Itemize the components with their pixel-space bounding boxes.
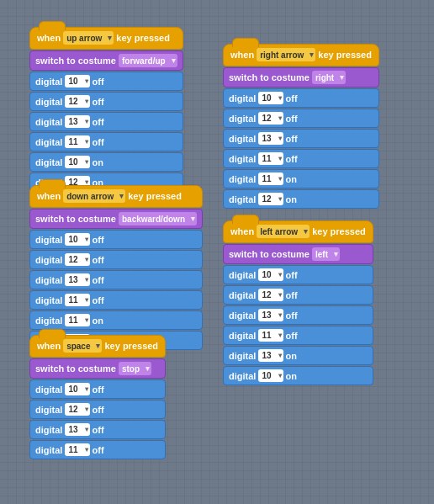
costume-dropdown-up[interactable]: forward/up bbox=[119, 54, 177, 67]
digital-10-off-s: digital 10 off bbox=[29, 379, 166, 399]
costume-block-down: switch to costume backward/down bbox=[29, 209, 203, 229]
switch-costume-label-right: switch to costume bbox=[229, 72, 310, 82]
costume-block-right: switch to costume right bbox=[223, 67, 379, 88]
switch-costume-label-space: switch to costume bbox=[35, 363, 116, 374]
left-arrow-dropdown[interactable]: left arrow bbox=[257, 225, 310, 238]
key-pressed-label-left: key pressed bbox=[312, 226, 366, 236]
up-arrow-dropdown[interactable]: up arrow bbox=[63, 31, 114, 45]
switch-costume-label-down: switch to costume bbox=[35, 214, 116, 224]
space-group: when space key pressed switch to costume… bbox=[29, 335, 166, 459]
digital-13-off-d: digital 13 off bbox=[29, 270, 203, 289]
digital-13-on-l: digital 13 on bbox=[223, 346, 373, 365]
costume-dropdown-left[interactable]: left bbox=[312, 247, 340, 261]
digital-12-off-l: digital 12 off bbox=[223, 285, 373, 305]
costume-dropdown-right[interactable]: right bbox=[312, 71, 346, 84]
hat-block-up: when up arrow key pressed bbox=[29, 27, 183, 50]
key-pressed-label-down: key pressed bbox=[128, 191, 182, 201]
key-pressed-label-space: key pressed bbox=[104, 341, 158, 351]
up-arrow-group: when up arrow key pressed switch to cost… bbox=[29, 27, 183, 192]
switch-costume-label-left: switch to costume bbox=[229, 249, 310, 259]
digital-11-off-l: digital 11 off bbox=[223, 326, 373, 345]
hat-block-space: when space key pressed bbox=[29, 335, 166, 358]
digital-13-off-l: digital 13 off bbox=[223, 305, 373, 325]
key-pressed-label: key pressed bbox=[116, 33, 170, 43]
digital-11-off-1: digital 11 off bbox=[29, 132, 183, 151]
hat-block-right: when right arrow key pressed bbox=[223, 44, 379, 66]
right-arrow-group: when right arrow key pressed switch to c… bbox=[223, 44, 379, 209]
down-arrow-dropdown[interactable]: down arrow bbox=[63, 189, 125, 203]
down-arrow-group: when down arrow key pressed switch to co… bbox=[29, 185, 203, 350]
digital-10-off-1: digital 10 off bbox=[29, 72, 183, 91]
digital-12-on-r: digital 12 on bbox=[223, 189, 379, 209]
space-dropdown[interactable]: space bbox=[63, 339, 102, 353]
digital-13-off-r: digital 13 off bbox=[223, 129, 379, 148]
digital-12-off-s: digital 12 off bbox=[29, 400, 166, 419]
digital-10-on-l: digital 10 on bbox=[223, 366, 373, 385]
digital-10-off-r: digital 10 off bbox=[223, 88, 379, 108]
costume-block-space: switch to costume stop bbox=[29, 358, 166, 379]
digital-11-off-s: digital 11 off bbox=[29, 440, 166, 459]
costume-dropdown-space[interactable]: stop bbox=[119, 362, 151, 375]
switch-costume-label: switch to costume bbox=[35, 56, 116, 66]
digital-13-off-1: digital 13 off bbox=[29, 112, 183, 131]
hat-block-down: when down arrow key pressed bbox=[29, 185, 203, 208]
digital-13-off-s: digital 13 off bbox=[29, 420, 166, 439]
digital-10-on-1: digital 10 on bbox=[29, 152, 183, 172]
digital-11-off-d: digital 11 off bbox=[29, 290, 203, 310]
digital-10-off-l: digital 10 off bbox=[223, 265, 373, 284]
digital-12-off-1: digital 12 off bbox=[29, 92, 183, 111]
when-label-right: when bbox=[230, 50, 254, 60]
costume-block-left: switch to costume left bbox=[223, 244, 373, 264]
digital-12-off-d: digital 12 off bbox=[29, 250, 203, 269]
when-label-space: when bbox=[37, 341, 61, 351]
digital-11-on-r: digital 11 on bbox=[223, 169, 379, 188]
digital-12-off-r: digital 12 off bbox=[223, 109, 379, 128]
digital-11-off-r: digital 11 off bbox=[223, 149, 379, 168]
costume-block-up: switch to costume forward/up bbox=[29, 50, 183, 71]
when-label-down: when bbox=[37, 191, 61, 201]
right-arrow-dropdown[interactable]: right arrow bbox=[257, 48, 315, 61]
left-arrow-group: when left arrow key pressed switch to co… bbox=[223, 220, 373, 385]
key-pressed-label-right: key pressed bbox=[318, 50, 372, 60]
costume-dropdown-down[interactable]: backward/down bbox=[119, 212, 197, 225]
digital-11-on-d: digital 11 on bbox=[29, 310, 203, 330]
when-label: when bbox=[37, 33, 61, 43]
hat-block-left: when left arrow key pressed bbox=[223, 220, 373, 243]
when-label-left: when bbox=[230, 226, 254, 236]
digital-10-off-d: digital 10 off bbox=[29, 230, 203, 249]
